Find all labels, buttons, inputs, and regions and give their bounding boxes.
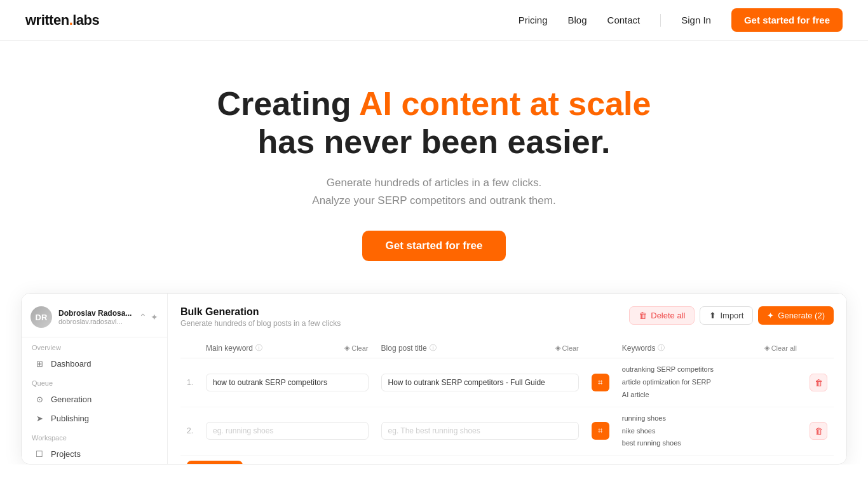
import-label: Import <box>720 311 743 320</box>
clear-keyword-icon: ◈ <box>344 344 349 352</box>
clear-keyword-label: Clear <box>351 344 368 352</box>
generate-button[interactable]: ✦ Generate (2) <box>758 306 834 325</box>
bulk-header: Bulk Generation Generate hundreds of blo… <box>180 306 834 328</box>
nav-blog[interactable]: Blog <box>568 15 587 25</box>
generate-label: Generate (2) <box>778 311 825 320</box>
th-title-action <box>585 338 616 358</box>
keyword-input-2[interactable] <box>206 422 369 440</box>
sidebar-workspace-label: Workspace <box>22 428 167 444</box>
row-num-1: 1. <box>180 358 200 407</box>
hero-headline: Creating AI content at scale has never b… <box>13 85 855 161</box>
keyword-cell-2 <box>200 407 375 455</box>
keyword-info-icon: ⓘ <box>255 343 262 353</box>
sidebar: DR Dobroslav Radosa... dobroslav.radosav… <box>22 294 168 464</box>
row-num-2: 2. <box>180 407 200 455</box>
generate-icon: ✦ <box>767 311 774 320</box>
title-cell-1 <box>375 358 585 407</box>
keywords-info-icon: ⓘ <box>658 343 665 353</box>
title-action-2: ⌗ <box>585 407 616 455</box>
title-action-1: ⌗ <box>585 358 616 407</box>
sidebar-profile: DR Dobroslav Radosa... dobroslav.radosav… <box>22 301 167 337</box>
dashboard-icon: ⊞ <box>34 358 44 369</box>
keyword-action-button-2[interactable]: ⌗ <box>592 422 609 440</box>
th-keywords: Keywords ⓘ ◈ Clear all <box>616 338 803 358</box>
sidebar-item-projects[interactable]: ☐ Projects <box>24 444 165 463</box>
clear-keywords-label: Clear all <box>771 344 797 352</box>
profile-actions: ⌃ ✦ <box>139 312 158 322</box>
profile-info: Dobroslav Radosa... dobroslav.radosavl..… <box>58 309 133 325</box>
table-row: 1. ⌗ outranking SERP competitorsarticle … <box>180 358 834 407</box>
logo: written.labs <box>25 12 99 29</box>
delete-icon: 🗑 <box>639 311 647 320</box>
delete-row-button-1[interactable]: 🗑 <box>810 374 827 391</box>
nav-cta-button[interactable]: Get started for free <box>731 8 843 32</box>
delete-all-button[interactable]: 🗑 Delete all <box>629 306 695 325</box>
add-blog-cell: + Blog post <box>180 456 834 464</box>
keywords-cell-2: running shoesnike shoesbest running shoe… <box>616 407 803 455</box>
sidebar-item-dashboard-label: Dashboard <box>51 359 92 369</box>
import-button[interactable]: ⬆ Import <box>700 306 753 325</box>
hero-headline-orange: AI content at scale <box>359 85 651 122</box>
add-blog-button[interactable]: + Blog post <box>187 461 243 464</box>
th-title-label: Blog post title <box>381 344 427 353</box>
delete-cell-1: 🗑 <box>803 358 834 407</box>
nav-pricing[interactable]: Pricing <box>519 15 548 25</box>
profile-settings-button[interactable]: ✦ <box>151 312 158 322</box>
title-cell-2 <box>375 407 585 455</box>
sidebar-item-generation[interactable]: ⊙ Generation <box>24 390 165 409</box>
nav-signin[interactable]: Sign In <box>681 15 711 25</box>
th-num <box>180 338 200 358</box>
delete-all-label: Delete all <box>651 311 685 320</box>
bulk-table: Main keyword ⓘ ◈ Clear Blog <box>180 338 834 464</box>
delete-row-button-2[interactable]: 🗑 <box>810 422 827 440</box>
clear-keyword-button[interactable]: ◈ Clear <box>344 344 368 352</box>
bulk-title-block: Bulk Generation Generate hundreds of blo… <box>180 306 341 328</box>
title-input-1[interactable] <box>381 374 579 391</box>
sidebar-item-documents[interactable]: ☰ Documents <box>24 463 165 464</box>
keywords-cell-1: outranking SERP competitorsarticle optim… <box>616 358 803 407</box>
hero-subtext2: Analyze your SERP competitors and outran… <box>312 194 555 207</box>
sidebar-item-publishing-label: Publishing <box>51 414 89 423</box>
nav-links: Pricing Blog Contact Sign In Get started… <box>519 8 843 32</box>
sidebar-item-publishing[interactable]: ➤ Publishing <box>24 409 165 428</box>
publishing-icon: ➤ <box>34 413 44 423</box>
th-keywords-label: Keywords <box>622 344 656 353</box>
sidebar-queue-label: Queue <box>22 373 167 390</box>
clear-keywords-button[interactable]: ◈ Clear all <box>764 344 797 352</box>
keyword-cell-1 <box>200 358 375 407</box>
clear-title-icon: ◈ <box>555 344 560 352</box>
clear-title-button[interactable]: ◈ Clear <box>555 344 579 352</box>
generation-icon: ⊙ <box>34 394 44 404</box>
keywords-list-2: running shoesnike shoesbest running shoe… <box>622 412 797 450</box>
table-row: 2. ⌗ running shoesnike shoesbest running… <box>180 407 834 455</box>
th-keyword-label: Main keyword <box>206 344 253 353</box>
sidebar-item-dashboard[interactable]: ⊞ Dashboard <box>24 354 165 373</box>
sidebar-item-generation-label: Generation <box>51 395 92 404</box>
hero-headline-part2: has never been easier. <box>257 123 610 160</box>
th-main-keyword: Main keyword ⓘ ◈ Clear <box>200 338 375 358</box>
nav-contact[interactable]: Contact <box>607 15 641 25</box>
title-input-2[interactable] <box>381 422 579 440</box>
bulk-actions: 🗑 Delete all ⬆ Import ✦ Generate (2) <box>629 306 834 325</box>
keyword-input-1[interactable] <box>206 374 369 391</box>
profile-name: Dobroslav Radosa... <box>58 309 133 318</box>
bulk-title: Bulk Generation <box>180 306 341 318</box>
hero-headline-part1: Creating <box>217 85 359 122</box>
sidebar-item-projects-label: Projects <box>51 449 81 459</box>
hero-subtext1: Generate hundreds of articles in a few c… <box>327 177 541 189</box>
hero-subtext: Generate hundreds of articles in a few c… <box>13 174 855 211</box>
hero-section: Creating AI content at scale has never b… <box>0 41 868 293</box>
hero-cta-button[interactable]: Get started for free <box>362 231 505 261</box>
navbar: written.labs Pricing Blog Contact Sign I… <box>0 0 868 41</box>
th-delete <box>803 338 834 358</box>
nav-divider <box>660 14 661 27</box>
delete-cell-2: 🗑 <box>803 407 834 455</box>
logo-dot: . <box>69 12 73 28</box>
import-icon: ⬆ <box>709 311 716 320</box>
clear-title-label: Clear <box>562 344 579 352</box>
profile-email: dobroslav.radosavl... <box>58 318 133 325</box>
profile-expand-button[interactable]: ⌃ <box>139 312 147 322</box>
add-blog-row: + Blog post <box>180 456 834 464</box>
keyword-action-button-1[interactable]: ⌗ <box>592 374 609 391</box>
keywords-list-1: outranking SERP competitorsarticle optim… <box>622 363 797 401</box>
